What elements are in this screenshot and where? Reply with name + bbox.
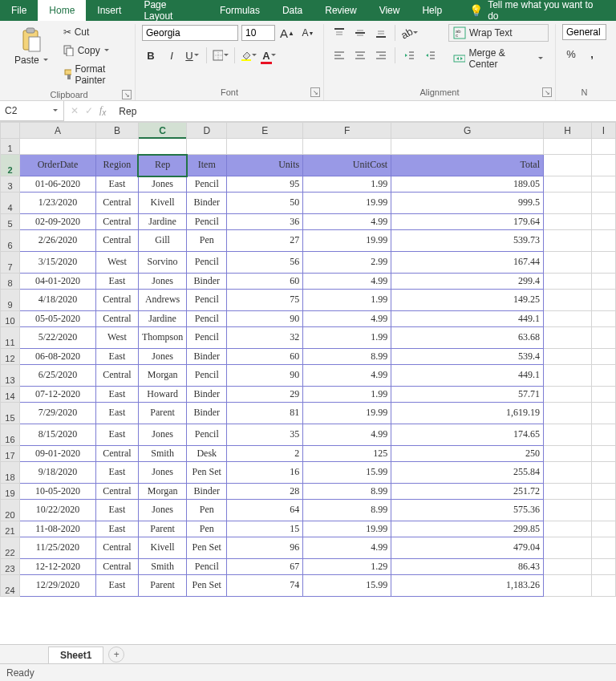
cancel-formula-icon[interactable]: ✕ — [71, 105, 79, 116]
cell[interactable]: 90 — [227, 311, 303, 327]
cell[interactable]: Morgan — [138, 484, 186, 500]
name-box[interactable]: C2 — [0, 101, 64, 121]
tell-me[interactable]: 💡 Tell me what you want to do — [458, 0, 616, 21]
cell[interactable]: 250 — [391, 446, 544, 462]
row-header[interactable]: 4 — [1, 193, 20, 214]
cell[interactable] — [591, 484, 615, 500]
cell[interactable]: 449.1 — [391, 311, 544, 327]
cell[interactable]: 1.99 — [303, 176, 391, 193]
cell[interactable] — [591, 193, 615, 214]
italic-button[interactable]: I — [163, 47, 180, 64]
cell[interactable]: 1.99 — [303, 387, 391, 403]
cell[interactable]: 11/25/2020 — [19, 537, 95, 559]
cell[interactable]: 63.68 — [391, 327, 544, 349]
cell[interactable] — [544, 575, 592, 597]
align-bottom-button[interactable] — [372, 24, 390, 42]
cell[interactable]: 90 — [227, 365, 303, 387]
percent-button[interactable]: % — [562, 45, 580, 63]
cell[interactable]: 19.99 — [303, 193, 391, 214]
row-header[interactable]: 10 — [1, 311, 20, 327]
cell[interactable]: 96 — [227, 537, 303, 559]
cell[interactable] — [591, 559, 615, 575]
cell[interactable]: Item — [187, 155, 227, 176]
cell[interactable]: Jones — [138, 274, 186, 290]
cell[interactable]: 56 — [227, 252, 303, 274]
cell[interactable] — [544, 311, 592, 327]
cell[interactable]: East — [95, 424, 138, 446]
cell[interactable]: 12-12-2020 — [19, 559, 95, 575]
tab-review[interactable]: Review — [314, 0, 367, 21]
cell[interactable]: Total — [391, 155, 544, 176]
cell[interactable]: 28 — [227, 484, 303, 500]
fill-color-button[interactable] — [240, 47, 257, 64]
cell[interactable]: Pen Set — [187, 537, 227, 559]
cell[interactable]: 32 — [227, 327, 303, 349]
cell[interactable] — [544, 230, 592, 252]
cell[interactable]: 15.99 — [303, 575, 391, 597]
cell[interactable]: Pencil — [187, 365, 227, 387]
fx-icon[interactable]: fx — [99, 104, 106, 117]
cell[interactable]: 1.29 — [303, 559, 391, 575]
wrap-text-button[interactable]: abcWrap Text — [448, 24, 549, 42]
cell[interactable]: 74 — [227, 575, 303, 597]
cell[interactable]: 575.36 — [391, 500, 544, 521]
cell[interactable]: 479.04 — [391, 537, 544, 559]
cell[interactable] — [544, 327, 592, 349]
dialog-launcher-icon[interactable]: ↘ — [310, 87, 320, 97]
cell[interactable]: 189.05 — [391, 176, 544, 193]
cell[interactable] — [544, 446, 592, 462]
cell[interactable]: Central — [95, 290, 138, 311]
cell[interactable]: 57.71 — [391, 387, 544, 403]
row-header[interactable]: 3 — [1, 176, 20, 193]
cell[interactable] — [591, 214, 615, 230]
cell[interactable]: 7/29/2020 — [19, 403, 95, 424]
tab-insert[interactable]: Insert — [86, 0, 132, 21]
select-all-corner[interactable] — [1, 123, 20, 139]
cell[interactable]: 1,619.19 — [391, 403, 544, 424]
cell[interactable]: 15.99 — [303, 462, 391, 484]
cell[interactable]: East — [95, 462, 138, 484]
cell[interactable]: 19.99 — [303, 403, 391, 424]
cell[interactable] — [591, 537, 615, 559]
cell[interactable]: Central — [95, 193, 138, 214]
cell[interactable]: 11-08-2020 — [19, 521, 95, 537]
cell[interactable]: Desk — [187, 446, 227, 462]
cell[interactable]: Parent — [138, 403, 186, 424]
number-format-select[interactable] — [562, 24, 606, 40]
cell[interactable]: Binder — [187, 387, 227, 403]
cell[interactable] — [544, 500, 592, 521]
cell[interactable]: East — [95, 274, 138, 290]
comma-button[interactable]: , — [583, 45, 601, 63]
cell[interactable]: 10-05-2020 — [19, 484, 95, 500]
enter-formula-icon[interactable]: ✓ — [85, 105, 93, 116]
cell[interactable] — [591, 230, 615, 252]
cell[interactable]: 149.25 — [391, 290, 544, 311]
row-header[interactable]: 9 — [1, 290, 20, 311]
tab-formulas[interactable]: Formulas — [209, 0, 271, 21]
cell[interactable]: 179.64 — [391, 214, 544, 230]
worksheet-grid[interactable]: A B C D E F G H I 1 2 OrderDate Region R… — [0, 122, 616, 644]
row-header[interactable]: 2 — [1, 155, 20, 176]
row-header[interactable]: 7 — [1, 252, 20, 274]
cell[interactable]: Central — [95, 311, 138, 327]
col-header-D[interactable]: D — [187, 123, 227, 139]
cell[interactable] — [591, 403, 615, 424]
row-header[interactable]: 12 — [1, 349, 20, 365]
cell[interactable]: 4.99 — [303, 311, 391, 327]
tab-file[interactable]: File — [0, 0, 38, 21]
cell[interactable]: Pen — [187, 521, 227, 537]
cell[interactable]: Pen — [187, 500, 227, 521]
font-color-button[interactable]: A — [261, 47, 278, 64]
cell[interactable]: Sorvino — [138, 252, 186, 274]
cell[interactable]: 5/22/2020 — [19, 327, 95, 349]
cell[interactable]: 999.5 — [391, 193, 544, 214]
cell[interactable]: 01-06-2020 — [19, 176, 95, 193]
cell[interactable]: Central — [95, 484, 138, 500]
cell[interactable]: 86.43 — [391, 559, 544, 575]
cell[interactable]: East — [95, 176, 138, 193]
cell[interactable]: 2 — [227, 446, 303, 462]
align-top-button[interactable] — [330, 24, 348, 42]
cell[interactable]: 81 — [227, 403, 303, 424]
cell[interactable] — [544, 349, 592, 365]
cell[interactable] — [544, 365, 592, 387]
